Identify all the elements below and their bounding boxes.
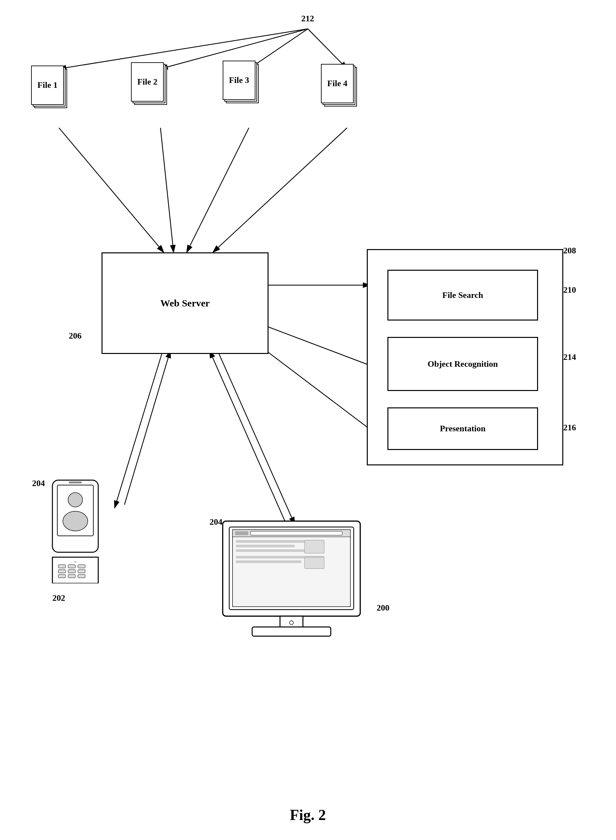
svg-line-2 [59,29,308,69]
svg-line-6 [59,128,164,252]
svg-line-17 [216,347,295,524]
svg-point-51 [289,621,293,625]
svg-rect-50 [252,627,331,636]
fig-caption: Fig. 2 [246,806,370,824]
file2-label: File 2 [132,77,163,87]
svg-rect-47 [236,560,301,563]
presentation-label: Presentation [440,424,485,434]
file3-icon: File 3 [223,60,265,110]
svg-rect-35 [78,575,85,578]
svg-rect-33 [58,575,66,578]
web-server-box: Web Server [101,252,268,354]
label-210: 210 [563,285,576,295]
svg-rect-41 [251,531,342,535]
file4-icon: File 4 [321,64,364,113]
label-204a: 204 [32,478,45,488]
file2-icon: File 2 [131,62,173,112]
svg-rect-31 [68,569,75,573]
svg-rect-34 [68,575,75,578]
file3-label: File 3 [223,75,255,85]
svg-point-21 [68,493,82,507]
svg-rect-28 [68,565,75,568]
svg-rect-32 [78,569,85,573]
file1-icon: File 1 [31,66,74,115]
label-214: 214 [563,352,576,362]
svg-line-8 [187,128,249,252]
diagram: 212 File 1 File 2 File 3 [0,0,616,840]
svg-line-18 [210,351,285,521]
processing-outer-box: File Search Object Recognition Presentat… [367,249,563,465]
file1-label: File 1 [32,80,63,90]
file4-label: File 4 [321,79,353,88]
svg-line-9 [213,128,347,252]
label-200: 200 [377,603,389,613]
svg-rect-45 [305,540,324,553]
object-recognition-label: Object Recognition [428,359,498,369]
svg-rect-44 [236,549,314,552]
svg-line-7 [160,128,173,252]
file-search-box: File Search [387,270,538,321]
svg-rect-23 [69,481,82,483]
label-204b: 204 [210,517,222,527]
svg-line-15 [114,347,164,508]
object-recognition-box: Object Recognition [387,337,538,391]
file-search-label: File Search [443,290,483,300]
svg-line-16 [125,351,170,505]
svg-rect-29 [78,565,85,568]
svg-rect-30 [58,569,66,573]
svg-point-22 [63,511,88,531]
label-216: 216 [563,423,576,433]
label-206: 206 [69,331,82,341]
web-server-label: Web Server [160,297,210,309]
svg-line-5 [308,29,347,69]
mobile-phone-icon [43,478,108,585]
svg-rect-48 [305,557,324,569]
label-208: 208 [563,246,576,256]
svg-rect-43 [236,545,295,547]
label-202: 202 [53,593,65,603]
svg-rect-27 [58,565,66,568]
svg-rect-42 [236,540,308,543]
svg-rect-40 [235,531,248,535]
label-212: 212 [301,14,314,24]
desktop-computer-icon [213,518,370,644]
presentation-box: Presentation [387,407,538,450]
